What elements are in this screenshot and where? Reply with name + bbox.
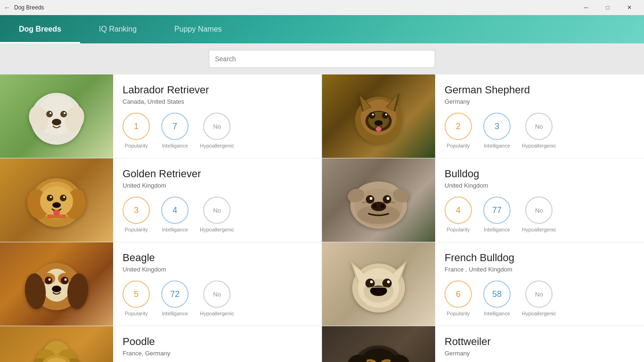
dog-origin: France , United Kingdom xyxy=(445,266,635,273)
hypo-circle: No xyxy=(525,113,553,140)
title-bar: ← Dog Breeds ─ □ ✕ xyxy=(0,0,644,15)
intelligence-circle: 58 xyxy=(483,280,511,308)
svg-rect-34 xyxy=(47,214,66,218)
maximize-button[interactable]: □ xyxy=(597,0,619,15)
popularity-stat: 5 Popularity xyxy=(123,280,150,316)
tab-puppy-names[interactable]: Puppy Names xyxy=(156,15,241,43)
intelligence-label: Intelligance xyxy=(484,143,510,148)
dog-card: Golden Retriever United Kingdom 3 Popula… xyxy=(0,158,322,242)
svg-point-17 xyxy=(369,112,375,119)
intelligence-circle: 72 xyxy=(161,280,189,308)
intelligence-circle: 3 xyxy=(483,113,511,140)
popularity-circle: 6 xyxy=(445,280,472,308)
dog-card: Poodle France, Germany 7 Popularity 2 In… xyxy=(0,326,322,362)
popularity-label: Popularity xyxy=(125,311,148,316)
popularity-stat: 3 Popularity xyxy=(123,197,150,232)
dog-info: Golden Retriever United Kingdom 3 Popula… xyxy=(113,158,322,242)
dog-name: Bulldog xyxy=(445,168,635,180)
hypo-label: Hypoallergenic xyxy=(200,227,234,232)
intelligence-circle: 77 xyxy=(483,197,511,224)
popularity-stat: 2 Popularity xyxy=(445,113,472,148)
dog-image xyxy=(322,242,435,326)
dog-grid: Labrador Retriever Canada, United States… xyxy=(0,74,644,362)
dog-name: Poodle xyxy=(123,336,312,348)
svg-point-46 xyxy=(380,204,384,208)
svg-point-5 xyxy=(60,111,67,117)
svg-point-6 xyxy=(50,112,51,114)
dog-origin: Germany xyxy=(445,350,635,357)
search-bar xyxy=(0,43,644,74)
intelligence-stat: 58 Intelligance xyxy=(483,280,511,316)
dog-image xyxy=(0,158,113,242)
intelligence-label: Intelligance xyxy=(484,227,510,232)
dog-stats: 5 Popularity 72 Intelligance No Hypoalle… xyxy=(123,280,312,316)
dog-info: Labrador Retriever Canada, United States… xyxy=(113,74,322,158)
popularity-circle: 3 xyxy=(123,197,150,224)
svg-point-67 xyxy=(370,280,373,283)
search-input[interactable] xyxy=(209,50,435,68)
popularity-stat: 4 Popularity xyxy=(445,197,472,232)
dog-image xyxy=(0,242,113,326)
dog-image xyxy=(0,74,113,158)
svg-point-32 xyxy=(52,202,61,208)
dog-info: Poodle France, Germany 7 Popularity 2 In… xyxy=(113,326,322,362)
tab-iq-ranking[interactable]: IQ Ranking xyxy=(80,15,156,43)
hypo-label: Hypoallergenic xyxy=(200,311,234,316)
svg-point-28 xyxy=(47,195,53,201)
intelligence-stat: 3 Intelligance xyxy=(483,113,511,148)
dog-stats: 6 Popularity 58 Intelligance No Hypoalle… xyxy=(445,280,635,316)
dog-info: French Bulldog France , United Kingdom 6… xyxy=(435,242,644,326)
svg-point-21 xyxy=(374,120,383,126)
popularity-label: Popularity xyxy=(447,227,470,232)
svg-point-70 xyxy=(372,288,376,293)
dog-stats: 2 Popularity 3 Intelligance No Hypoaller… xyxy=(445,113,635,148)
svg-point-22 xyxy=(376,127,381,132)
popularity-stat: 1 Popularity xyxy=(123,113,150,148)
hypo-label: Hypoallergenic xyxy=(522,311,556,316)
svg-point-42 xyxy=(370,197,372,200)
dog-card: German Shepherd Germany 2 Popularity 3 I… xyxy=(322,74,644,158)
svg-point-71 xyxy=(381,288,386,293)
dog-info: Rottweiler Germany 8 Popularity 9 Intell… xyxy=(435,326,644,362)
svg-point-29 xyxy=(60,195,66,201)
dog-image xyxy=(322,158,435,242)
dog-origin: United Kingdom xyxy=(123,266,312,273)
svg-point-45 xyxy=(373,204,377,208)
dog-name: Labrador Retriever xyxy=(123,84,312,96)
dog-card: Bulldog United Kingdom 4 Popularity 77 I… xyxy=(322,158,644,242)
dog-origin: Canada, United States xyxy=(123,98,312,105)
hypo-label: Hypoallergenic xyxy=(200,143,234,148)
svg-point-55 xyxy=(49,278,51,280)
minimize-button[interactable]: ─ xyxy=(575,0,597,15)
svg-point-8 xyxy=(52,119,61,125)
hypo-circle: No xyxy=(203,197,231,224)
svg-point-57 xyxy=(52,286,61,292)
back-button[interactable]: ← xyxy=(4,4,10,11)
svg-point-18 xyxy=(382,112,388,119)
close-button[interactable]: ✕ xyxy=(619,0,640,15)
dog-origin: United Kingdom xyxy=(123,182,312,189)
hypo-stat: No Hypoallergenic xyxy=(200,113,234,148)
hypo-stat: No Hypoallergenic xyxy=(522,113,556,148)
svg-point-43 xyxy=(387,197,389,200)
intelligence-stat: 72 Intelligance xyxy=(161,280,189,316)
dog-image xyxy=(322,74,435,158)
title-bar-label: Dog Breeds xyxy=(14,4,44,11)
hypo-circle: No xyxy=(203,280,231,308)
nav-header: Dog Breeds IQ Ranking Puppy Names xyxy=(0,15,644,43)
svg-point-53 xyxy=(45,277,52,284)
hypo-stat: No Hypoallergenic xyxy=(200,280,234,316)
popularity-circle: 4 xyxy=(445,197,472,224)
svg-point-56 xyxy=(65,278,67,280)
svg-point-7 xyxy=(64,112,66,114)
dog-info: Beagle United Kingdom 5 Popularity 72 In… xyxy=(113,242,322,326)
popularity-label: Popularity xyxy=(447,143,470,148)
dog-stats: 4 Popularity 77 Intelligance No Hypoalle… xyxy=(445,197,635,232)
intelligence-stat: 77 Intelligance xyxy=(483,197,511,232)
hypo-circle: No xyxy=(525,280,553,308)
svg-point-68 xyxy=(387,280,390,283)
svg-point-54 xyxy=(61,277,68,284)
dog-origin: France, Germany xyxy=(123,350,312,357)
dog-image xyxy=(322,326,435,362)
tab-dog-breeds[interactable]: Dog Breeds xyxy=(0,15,80,43)
